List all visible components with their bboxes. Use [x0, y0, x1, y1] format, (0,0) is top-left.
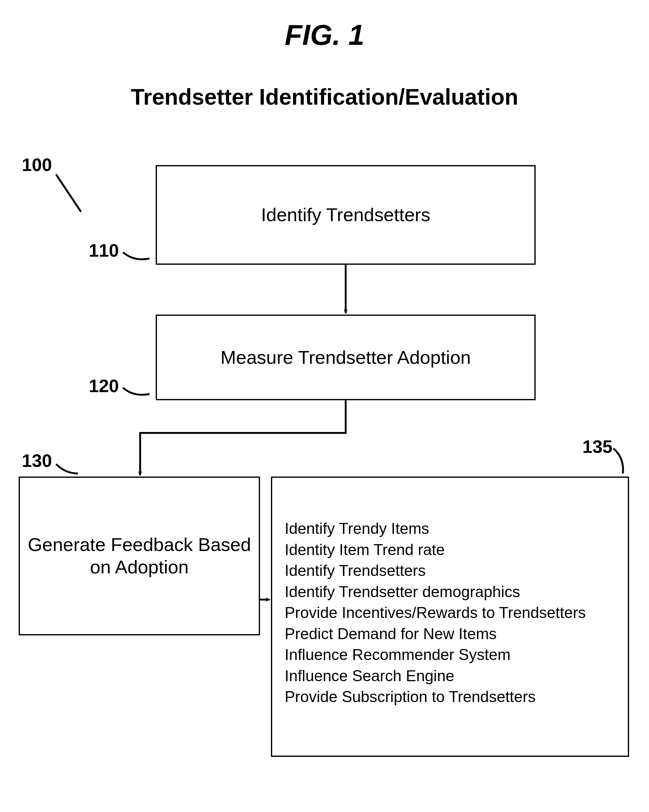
output-item: Provide Subscription to Trendsetters	[285, 687, 586, 708]
output-item: Identity Item Trend rate	[285, 539, 586, 561]
diagram-subtitle: Trendsetter Identification/Evaluation	[0, 84, 649, 110]
box-measure-adoption: Measure Trendsetter Adoption	[156, 314, 536, 400]
ref-label-110: 110	[89, 240, 119, 261]
figure-title: FIG. 1	[0, 19, 649, 51]
box-feedback-outputs: Identify Trendy Items Identity Item Tren…	[271, 476, 629, 757]
output-item: Provide Incentives/Rewards to Trendsette…	[285, 602, 586, 624]
ref-label-135: 135	[582, 436, 612, 457]
output-item: Influence Search Engine	[285, 665, 586, 687]
diagram-page: FIG. 1 Trendsetter Identification/Evalua…	[0, 0, 649, 812]
outputs-list: Identify Trendy Items Identity Item Tren…	[285, 518, 586, 708]
ref-label-130: 130	[22, 450, 52, 471]
box-130-text: Generate Feedback Based on Adoption	[26, 534, 253, 578]
box-120-text: Measure Trendsetter Adoption	[220, 346, 471, 369]
ref-label-120: 120	[89, 375, 119, 396]
output-item: Predict Demand for New Items	[285, 624, 586, 645]
box-110-text: Identify Trendsetters	[261, 204, 431, 226]
output-item: Identify Trendsetters	[285, 560, 586, 582]
box-generate-feedback: Generate Feedback Based on Adoption	[19, 476, 260, 635]
output-item: Influence Recommender System	[285, 644, 586, 665]
svg-line-0	[56, 174, 81, 212]
output-item: Identify Trendy Items	[285, 518, 586, 539]
output-item: Identify Trendsetter demographics	[285, 582, 586, 603]
ref-label-100: 100	[22, 154, 52, 175]
box-identify-trendsetters: Identify Trendsetters	[156, 165, 536, 265]
